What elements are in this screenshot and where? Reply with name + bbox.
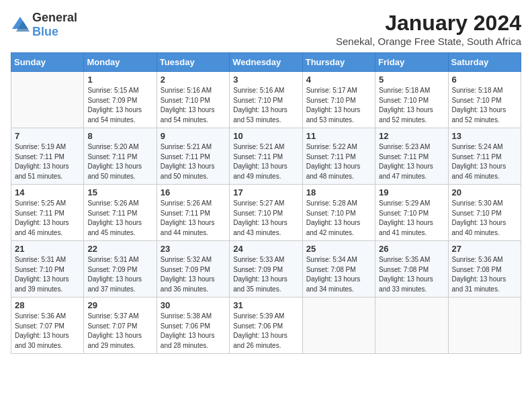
week-row-2: 7Sunrise: 5:19 AMSunset: 7:11 PMDaylight… xyxy=(11,128,521,185)
calendar-cell: 30Sunrise: 5:38 AMSunset: 7:06 PMDayligh… xyxy=(157,298,229,354)
week-row-4: 21Sunrise: 5:31 AMSunset: 7:10 PMDayligh… xyxy=(11,241,521,298)
calendar-header-row: SundayMondayTuesdayWednesdayThursdayFrid… xyxy=(11,53,521,72)
calendar-table: SundayMondayTuesdayWednesdayThursdayFrid… xyxy=(11,52,521,354)
calendar-cell: 21Sunrise: 5:31 AMSunset: 7:10 PMDayligh… xyxy=(11,241,84,298)
day-number: 7 xyxy=(15,131,80,141)
day-number: 9 xyxy=(161,131,226,141)
day-info: Sunrise: 5:15 AMSunset: 7:09 PMDaylight:… xyxy=(87,86,152,125)
logo: General Blue xyxy=(11,11,77,39)
day-number: 10 xyxy=(233,131,298,141)
day-number: 17 xyxy=(233,187,298,197)
calendar-cell: 27Sunrise: 5:36 AMSunset: 7:08 PMDayligh… xyxy=(448,241,521,298)
calendar-cell: 19Sunrise: 5:29 AMSunset: 7:10 PMDayligh… xyxy=(375,185,448,241)
logo-general: General xyxy=(32,11,77,24)
day-number: 25 xyxy=(306,244,371,254)
day-number: 4 xyxy=(306,75,371,85)
day-info: Sunrise: 5:23 AMSunset: 7:11 PMDaylight:… xyxy=(379,142,444,181)
calendar-cell: 31Sunrise: 5:39 AMSunset: 7:06 PMDayligh… xyxy=(230,298,302,354)
col-header-saturday: Saturday xyxy=(448,53,521,72)
col-header-friday: Friday xyxy=(375,53,448,72)
week-row-5: 28Sunrise: 5:36 AMSunset: 7:07 PMDayligh… xyxy=(11,298,521,354)
day-number: 24 xyxy=(233,244,298,254)
week-row-1: 1Sunrise: 5:15 AMSunset: 7:09 PMDaylight… xyxy=(11,72,521,128)
calendar-cell: 5Sunrise: 5:18 AMSunset: 7:10 PMDaylight… xyxy=(375,72,448,128)
day-number: 8 xyxy=(87,131,152,141)
day-info: Sunrise: 5:19 AMSunset: 7:11 PMDaylight:… xyxy=(15,142,80,181)
day-info: Sunrise: 5:20 AMSunset: 7:11 PMDaylight:… xyxy=(87,142,152,181)
day-number: 23 xyxy=(161,244,226,254)
calendar-cell: 13Sunrise: 5:24 AMSunset: 7:11 PMDayligh… xyxy=(448,128,521,185)
day-number: 29 xyxy=(87,300,152,310)
day-number: 12 xyxy=(379,131,444,141)
month-year-title: January 2024 xyxy=(336,11,521,36)
logo-blue: Blue xyxy=(32,25,58,38)
calendar-cell: 18Sunrise: 5:28 AMSunset: 7:10 PMDayligh… xyxy=(302,185,375,241)
col-header-wednesday: Wednesday xyxy=(230,53,302,72)
day-number: 19 xyxy=(379,187,444,197)
day-number: 13 xyxy=(452,131,517,141)
day-info: Sunrise: 5:37 AMSunset: 7:07 PMDaylight:… xyxy=(87,312,152,351)
day-number: 27 xyxy=(452,244,517,254)
calendar-cell: 9Sunrise: 5:21 AMSunset: 7:11 PMDaylight… xyxy=(157,128,229,185)
day-number: 11 xyxy=(306,131,371,141)
calendar-cell: 29Sunrise: 5:37 AMSunset: 7:07 PMDayligh… xyxy=(84,298,157,354)
day-info: Sunrise: 5:24 AMSunset: 7:11 PMDaylight:… xyxy=(452,142,517,181)
calendar-cell xyxy=(375,298,448,354)
calendar-cell: 26Sunrise: 5:35 AMSunset: 7:08 PMDayligh… xyxy=(375,241,448,298)
day-number: 21 xyxy=(15,244,80,254)
calendar-cell: 16Sunrise: 5:26 AMSunset: 7:11 PMDayligh… xyxy=(157,185,229,241)
location-subtitle: Senekal, Orange Free State, South Africa xyxy=(336,36,521,47)
calendar-cell: 12Sunrise: 5:23 AMSunset: 7:11 PMDayligh… xyxy=(375,128,448,185)
day-number: 3 xyxy=(233,75,298,85)
logo-icon xyxy=(11,15,30,34)
day-info: Sunrise: 5:35 AMSunset: 7:08 PMDaylight:… xyxy=(379,255,444,294)
day-info: Sunrise: 5:26 AMSunset: 7:11 PMDaylight:… xyxy=(161,199,226,238)
calendar-cell: 28Sunrise: 5:36 AMSunset: 7:07 PMDayligh… xyxy=(11,298,84,354)
day-info: Sunrise: 5:38 AMSunset: 7:06 PMDaylight:… xyxy=(161,312,226,351)
day-number: 2 xyxy=(161,75,226,85)
day-info: Sunrise: 5:36 AMSunset: 7:07 PMDaylight:… xyxy=(15,312,80,351)
day-number: 26 xyxy=(379,244,444,254)
day-info: Sunrise: 5:16 AMSunset: 7:10 PMDaylight:… xyxy=(233,86,298,125)
calendar-cell: 2Sunrise: 5:16 AMSunset: 7:10 PMDaylight… xyxy=(157,72,229,128)
day-info: Sunrise: 5:33 AMSunset: 7:09 PMDaylight:… xyxy=(233,255,298,294)
day-info: Sunrise: 5:16 AMSunset: 7:10 PMDaylight:… xyxy=(161,86,226,125)
day-number: 31 xyxy=(233,300,298,310)
day-number: 1 xyxy=(87,75,152,85)
calendar-cell: 3Sunrise: 5:16 AMSunset: 7:10 PMDaylight… xyxy=(230,72,302,128)
day-info: Sunrise: 5:26 AMSunset: 7:11 PMDaylight:… xyxy=(87,199,152,238)
day-number: 28 xyxy=(15,300,80,310)
week-row-3: 14Sunrise: 5:25 AMSunset: 7:11 PMDayligh… xyxy=(11,185,521,241)
col-header-tuesday: Tuesday xyxy=(157,53,229,72)
calendar-cell: 25Sunrise: 5:34 AMSunset: 7:08 PMDayligh… xyxy=(302,241,375,298)
day-info: Sunrise: 5:27 AMSunset: 7:10 PMDaylight:… xyxy=(233,199,298,238)
calendar-cell xyxy=(448,298,521,354)
calendar-cell: 17Sunrise: 5:27 AMSunset: 7:10 PMDayligh… xyxy=(230,185,302,241)
day-info: Sunrise: 5:21 AMSunset: 7:11 PMDaylight:… xyxy=(233,142,298,181)
day-number: 22 xyxy=(87,244,152,254)
calendar-cell: 4Sunrise: 5:17 AMSunset: 7:10 PMDaylight… xyxy=(302,72,375,128)
day-info: Sunrise: 5:28 AMSunset: 7:10 PMDaylight:… xyxy=(306,199,371,238)
calendar-cell: 23Sunrise: 5:32 AMSunset: 7:09 PMDayligh… xyxy=(157,241,229,298)
day-info: Sunrise: 5:34 AMSunset: 7:08 PMDaylight:… xyxy=(306,255,371,294)
day-number: 18 xyxy=(306,187,371,197)
day-number: 15 xyxy=(87,187,152,197)
day-number: 20 xyxy=(452,187,517,197)
col-header-monday: Monday xyxy=(84,53,157,72)
calendar-cell: 8Sunrise: 5:20 AMSunset: 7:11 PMDaylight… xyxy=(84,128,157,185)
calendar-cell: 1Sunrise: 5:15 AMSunset: 7:09 PMDaylight… xyxy=(84,72,157,128)
day-info: Sunrise: 5:18 AMSunset: 7:10 PMDaylight:… xyxy=(379,86,444,125)
day-info: Sunrise: 5:30 AMSunset: 7:10 PMDaylight:… xyxy=(452,199,517,238)
day-info: Sunrise: 5:31 AMSunset: 7:09 PMDaylight:… xyxy=(87,255,152,294)
day-info: Sunrise: 5:29 AMSunset: 7:10 PMDaylight:… xyxy=(379,199,444,238)
day-info: Sunrise: 5:21 AMSunset: 7:11 PMDaylight:… xyxy=(161,142,226,181)
page-header: General Blue January 2024 Senekal, Orang… xyxy=(11,11,521,47)
day-info: Sunrise: 5:22 AMSunset: 7:11 PMDaylight:… xyxy=(306,142,371,181)
day-number: 16 xyxy=(161,187,226,197)
calendar-cell: 6Sunrise: 5:18 AMSunset: 7:10 PMDaylight… xyxy=(448,72,521,128)
day-info: Sunrise: 5:17 AMSunset: 7:10 PMDaylight:… xyxy=(306,86,371,125)
title-block: January 2024 Senekal, Orange Free State,… xyxy=(336,11,521,47)
calendar-cell: 10Sunrise: 5:21 AMSunset: 7:11 PMDayligh… xyxy=(230,128,302,185)
day-info: Sunrise: 5:32 AMSunset: 7:09 PMDaylight:… xyxy=(161,255,226,294)
calendar-cell: 24Sunrise: 5:33 AMSunset: 7:09 PMDayligh… xyxy=(230,241,302,298)
